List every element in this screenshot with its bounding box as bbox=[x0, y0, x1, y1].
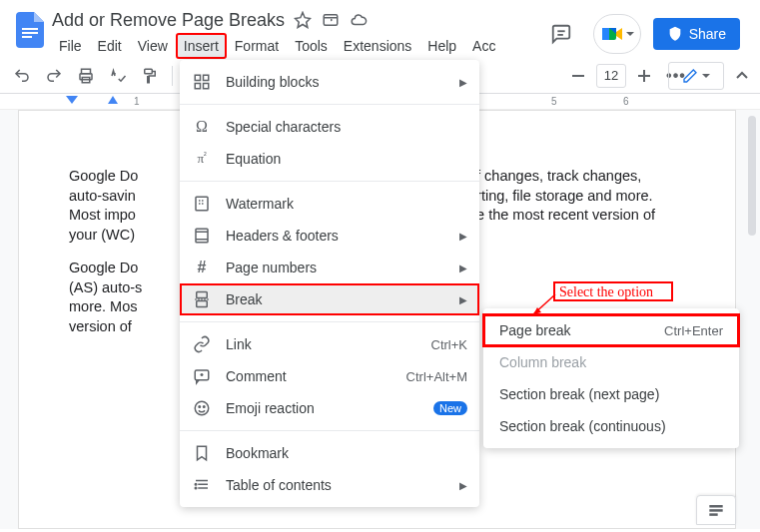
menu-extensions[interactable]: Extensions bbox=[337, 34, 418, 58]
star-icon[interactable] bbox=[293, 10, 313, 30]
svg-rect-17 bbox=[709, 513, 717, 516]
break-submenu-panel: Page breakCtrl+EnterColumn breakSection … bbox=[483, 308, 739, 448]
undo-button[interactable] bbox=[8, 62, 36, 90]
menu-item-watermark[interactable]: Watermark bbox=[180, 188, 479, 220]
meet-button[interactable] bbox=[593, 14, 641, 54]
docs-logo[interactable] bbox=[12, 12, 48, 48]
menu-item-equation[interactable]: π²Equation bbox=[180, 143, 479, 175]
menu-item-emoji-reaction[interactable]: Emoji reactionNew bbox=[180, 392, 479, 424]
vertical-scrollbar[interactable] bbox=[744, 110, 756, 529]
svg-point-34 bbox=[204, 406, 206, 408]
comments-button[interactable] bbox=[541, 14, 581, 54]
menu-help[interactable]: Help bbox=[420, 34, 463, 58]
document-title[interactable]: Add or Remove Page Breaks bbox=[52, 10, 285, 31]
submenu-item-section-break-continuous-[interactable]: Section break (continuous) bbox=[483, 410, 739, 442]
page-numbers-icon: # bbox=[192, 258, 212, 277]
submenu-item-label: Column break bbox=[499, 354, 586, 370]
collapse-toolbar-button[interactable] bbox=[728, 62, 756, 90]
svg-rect-23 bbox=[196, 229, 208, 243]
editing-mode-button[interactable] bbox=[668, 62, 724, 90]
svg-rect-27 bbox=[197, 301, 208, 307]
bookmark-icon bbox=[192, 443, 212, 463]
svg-point-38 bbox=[195, 484, 197, 486]
font-size-increase[interactable] bbox=[630, 62, 658, 90]
font-size-decrease[interactable] bbox=[564, 62, 592, 90]
svg-rect-0 bbox=[22, 28, 38, 30]
link-icon bbox=[192, 334, 212, 354]
font-size-input[interactable]: 12 bbox=[596, 64, 626, 88]
menu-shortcut: Ctrl+Alt+M bbox=[406, 369, 467, 384]
text-fragment: orting, file storage and more. bbox=[468, 187, 655, 207]
svg-point-32 bbox=[195, 401, 209, 415]
menu-item-label: Break bbox=[226, 291, 445, 307]
insert-menu-panel: Building blocks▶ΩSpecial charactersπ²Equ… bbox=[180, 60, 479, 507]
menu-divider bbox=[180, 104, 479, 105]
svg-rect-1 bbox=[22, 32, 38, 34]
spellcheck-button[interactable] bbox=[104, 62, 132, 90]
redo-button[interactable] bbox=[40, 62, 68, 90]
ruler-tick: 1 bbox=[134, 96, 140, 107]
share-button[interactable]: Share bbox=[653, 18, 740, 50]
toc-icon bbox=[192, 475, 212, 495]
headers-footers-icon bbox=[192, 226, 212, 246]
left-indent-marker[interactable] bbox=[66, 96, 78, 108]
cloud-icon[interactable] bbox=[349, 10, 369, 30]
menu-format[interactable]: Format bbox=[228, 34, 286, 58]
document-text-right[interactable]: of changes, track changes, orting, file … bbox=[468, 167, 655, 226]
pi-icon: π² bbox=[192, 149, 212, 169]
svg-rect-26 bbox=[197, 292, 208, 298]
submenu-arrow-icon: ▶ bbox=[459, 77, 467, 88]
menu-edit[interactable]: Edit bbox=[91, 34, 129, 58]
move-icon[interactable] bbox=[321, 10, 341, 30]
annotation-arrow bbox=[529, 290, 559, 320]
menu-item-label: Comment bbox=[226, 368, 392, 384]
submenu-item-label: Section break (next page) bbox=[499, 386, 659, 402]
paint-format-button[interactable] bbox=[136, 62, 164, 90]
menu-view[interactable]: View bbox=[131, 34, 175, 58]
menu-item-label: Emoji reaction bbox=[226, 400, 419, 416]
menu-divider bbox=[180, 321, 479, 322]
submenu-item-label: Section break (continuous) bbox=[499, 418, 666, 434]
menu-item-label: Link bbox=[226, 336, 417, 352]
menu-item-label: Special characters bbox=[226, 119, 467, 135]
menu-item-special-characters[interactable]: ΩSpecial characters bbox=[180, 111, 479, 143]
menu-item-label: Page numbers bbox=[226, 260, 445, 275]
svg-rect-2 bbox=[22, 36, 32, 38]
menu-item-page-numbers[interactable]: #Page numbers▶ bbox=[180, 252, 479, 283]
print-button[interactable] bbox=[72, 62, 100, 90]
menu-item-link[interactable]: LinkCtrl+K bbox=[180, 328, 479, 360]
svg-rect-18 bbox=[195, 75, 200, 80]
menu-divider bbox=[180, 181, 479, 182]
menu-file[interactable]: File bbox=[52, 34, 89, 58]
scrollbar-thumb[interactable] bbox=[748, 116, 756, 236]
menu-insert[interactable]: Insert bbox=[177, 34, 226, 58]
break-icon bbox=[192, 289, 212, 309]
menu-item-label: Watermark bbox=[226, 196, 467, 212]
watermark-icon bbox=[192, 194, 212, 214]
submenu-arrow-icon: ▶ bbox=[459, 294, 467, 305]
submenu-item-column-break: Column break bbox=[483, 346, 739, 378]
submenu-item-page-break[interactable]: Page breakCtrl+Enter bbox=[483, 314, 739, 346]
menu-item-building-blocks[interactable]: Building blocks▶ bbox=[180, 66, 479, 98]
menu-item-headers-footers[interactable]: Headers & footers▶ bbox=[180, 220, 479, 252]
first-line-indent-marker[interactable] bbox=[108, 96, 118, 106]
share-label: Share bbox=[689, 26, 726, 42]
menu-item-bookmark[interactable]: Bookmark bbox=[180, 437, 479, 469]
explore-button[interactable] bbox=[696, 495, 736, 525]
menu-item-table-of-contents[interactable]: Table of contents▶ bbox=[180, 469, 479, 501]
submenu-arrow-icon: ▶ bbox=[459, 480, 467, 491]
submenu-item-section-break-next-page-[interactable]: Section break (next page) bbox=[483, 378, 739, 410]
svg-rect-16 bbox=[709, 509, 722, 512]
ruler-tick: 6 bbox=[623, 96, 629, 107]
menu-item-break[interactable]: Break▶ bbox=[180, 283, 479, 315]
menu-tools[interactable]: Tools bbox=[288, 34, 335, 58]
svg-rect-21 bbox=[204, 84, 209, 89]
menu-item-label: Headers & footers bbox=[226, 228, 445, 244]
menu-item-label: Bookmark bbox=[226, 445, 467, 461]
menu-accessibility[interactable]: Acc bbox=[465, 34, 502, 58]
text-fragment: ee the most recent version of bbox=[468, 206, 655, 226]
new-badge: New bbox=[433, 401, 467, 415]
svg-rect-14 bbox=[643, 70, 645, 82]
menu-item-comment[interactable]: CommentCtrl+Alt+M bbox=[180, 360, 479, 392]
menu-divider bbox=[180, 430, 479, 431]
